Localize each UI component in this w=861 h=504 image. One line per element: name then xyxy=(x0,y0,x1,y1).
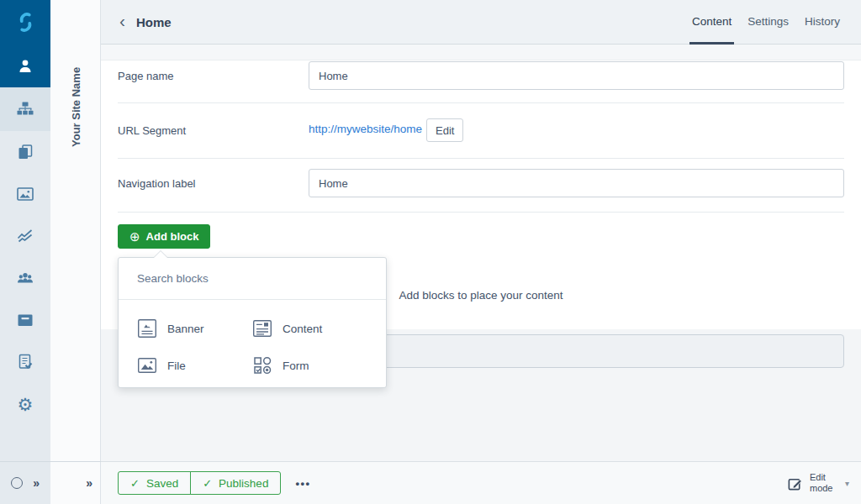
check-icon: ✓ xyxy=(203,477,212,490)
sidebar-item-sitetree[interactable] xyxy=(0,87,50,131)
banner-block-icon xyxy=(137,318,157,339)
add-block-label: Add block xyxy=(146,230,199,243)
add-block-button[interactable]: ⊕ Add block xyxy=(118,224,210,249)
block-options-grid: Banner Content xyxy=(119,300,386,389)
app-sidebar: ⚙ » xyxy=(0,0,50,504)
sidebar-item-reports[interactable] xyxy=(0,215,50,257)
block-search-input[interactable]: Search blocks xyxy=(119,258,386,300)
sidebar-item-security[interactable] xyxy=(0,257,50,299)
tab-content[interactable]: Content xyxy=(689,0,734,45)
site-panel: Your Site Name » xyxy=(50,0,101,504)
block-option-label: Banner xyxy=(167,323,204,335)
collapse-menu-icon[interactable]: » xyxy=(33,476,40,490)
campaigns-icon xyxy=(16,353,34,371)
site-name-label[interactable]: Your Site Name xyxy=(50,60,101,153)
add-block-popover: Search blocks Banner xyxy=(118,257,387,388)
published-button[interactable]: ✓ Published xyxy=(190,471,281,495)
block-option-label: File xyxy=(167,360,186,372)
users-icon xyxy=(16,269,34,287)
content-block-icon xyxy=(252,318,272,339)
page-name-label: Page name xyxy=(118,70,174,82)
saved-button[interactable]: ✓ Saved xyxy=(118,471,191,495)
tab-history[interactable]: History xyxy=(802,0,843,45)
page-title: Home xyxy=(136,15,172,29)
status-circle-icon[interactable] xyxy=(11,477,23,489)
reports-icon xyxy=(16,227,34,245)
more-actions-button[interactable]: ••• xyxy=(295,477,310,490)
sidebar-item-archive[interactable] xyxy=(0,299,50,341)
caret-down-icon: ▾ xyxy=(845,479,849,488)
pages-icon xyxy=(16,143,34,161)
tab-bar: Content Settings History xyxy=(689,0,843,45)
edit-mode-label: Edit mode xyxy=(810,472,838,494)
silverstripe-logo[interactable] xyxy=(0,0,50,45)
block-option-file[interactable]: File xyxy=(137,347,252,384)
page-header: ‹ Home Content Settings History xyxy=(101,0,861,45)
block-option-banner[interactable]: Banner xyxy=(137,310,252,347)
collapse-panel-icon[interactable]: » xyxy=(86,476,92,490)
divider xyxy=(118,102,844,103)
main-content: ‹ Home Content Settings History Page nam… xyxy=(101,0,861,504)
divider xyxy=(118,158,844,159)
divider xyxy=(118,212,844,213)
edit-mode-selector[interactable]: Edit mode ▾ xyxy=(787,472,849,494)
tab-settings[interactable]: Settings xyxy=(745,0,791,45)
back-button[interactable]: ‹ xyxy=(119,12,125,32)
edit-pencil-icon xyxy=(787,475,803,491)
sidebar-item-files[interactable] xyxy=(0,173,50,215)
published-label: Published xyxy=(219,477,268,490)
block-option-label: Form xyxy=(283,360,309,372)
block-option-label: Content xyxy=(283,323,322,335)
images-icon xyxy=(16,185,34,203)
user-icon xyxy=(16,57,34,76)
sidebar-item-settings[interactable]: ⚙ xyxy=(0,383,50,425)
saved-label: Saved xyxy=(146,477,178,490)
navigation-label-label: Navigation label xyxy=(118,177,196,190)
url-edit-button[interactable]: Edit xyxy=(426,118,463,142)
page-name-input[interactable] xyxy=(309,61,844,90)
sidebar-item-pages[interactable] xyxy=(0,131,50,173)
url-segment-label: URL Segment xyxy=(118,124,186,137)
plus-circle-icon: ⊕ xyxy=(129,230,140,243)
archive-icon xyxy=(16,311,34,329)
sidebar-item-profile[interactable] xyxy=(0,45,50,87)
navigation-label-input[interactable] xyxy=(309,169,844,197)
sitemap-icon xyxy=(16,100,34,118)
file-block-icon xyxy=(137,355,157,375)
form-block-icon xyxy=(252,355,272,375)
actions-toolbar: ✓ Saved ✓ Published ••• Edit mode ▾ xyxy=(101,461,861,504)
app-window: ⚙ » Your Site Name » ‹ Home Content Sett… xyxy=(0,0,861,504)
sidebar-item-campaigns[interactable] xyxy=(0,341,50,383)
site-panel-footer: » xyxy=(50,461,101,504)
sidebar-footer: » xyxy=(0,461,50,504)
header-subbar xyxy=(101,45,861,60)
block-search-placeholder: Search blocks xyxy=(137,272,209,285)
check-icon: ✓ xyxy=(130,477,140,490)
settings-gear-icon: ⚙ xyxy=(18,396,34,413)
block-option-content[interactable]: Content xyxy=(252,310,367,347)
url-segment-link[interactable]: http://mywebsite/home xyxy=(309,123,422,135)
block-option-form[interactable]: Form xyxy=(252,347,367,384)
